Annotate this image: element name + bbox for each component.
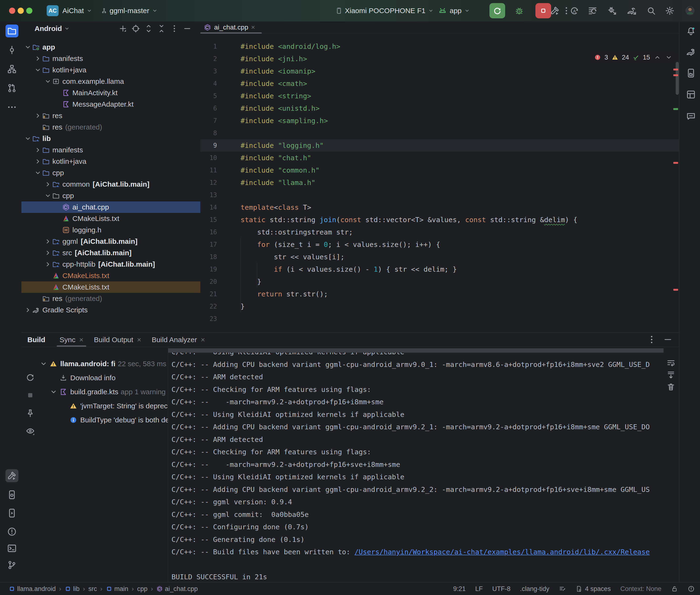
build-project-button[interactable]: [550, 5, 560, 16]
code-line-15[interactable]: 15static std::string join(const std::vec…: [200, 214, 679, 226]
build-tab-sync[interactable]: Sync×: [54, 333, 89, 347]
tree-item-cpp[interactable]: cpp: [22, 167, 200, 178]
caret-position[interactable]: 9:21: [453, 585, 466, 593]
tree-item-common[interactable]: common[AiChat.lib.main]: [22, 178, 200, 190]
chevron-down-icon[interactable]: [39, 360, 48, 368]
scroll-to-end-icon[interactable]: [666, 370, 676, 380]
tree-item-src[interactable]: src[AiChat.lib.main]: [22, 247, 200, 259]
apply-changes-button[interactable]: A: [569, 5, 580, 16]
zoom-window-button[interactable]: [26, 8, 32, 14]
breadcrumb-item-main[interactable]: main: [106, 585, 129, 593]
code-line-21[interactable]: 21 return str.str();: [200, 288, 679, 300]
line-ending[interactable]: LF: [475, 585, 483, 593]
chevron-down-icon[interactable]: [24, 43, 32, 51]
breadcrumb-item-lib[interactable]: lib: [64, 585, 80, 593]
code-style-icon[interactable]: [559, 585, 566, 592]
tree-item-res[interactable]: res: [22, 110, 200, 121]
chevron-right-icon[interactable]: [44, 249, 52, 257]
tree-item-cpp[interactable]: cpp: [22, 190, 200, 201]
version-control-tool-icon[interactable]: [5, 559, 18, 571]
error-stripe-mark[interactable]: [673, 289, 678, 291]
tree-item-logging-h[interactable]: logging.h: [22, 224, 200, 236]
build-tool-icon[interactable]: [5, 469, 18, 482]
expand-all-icon[interactable]: [144, 24, 153, 33]
tree-item-cpp-httplib[interactable]: cpp-httplib[AiChat.lib.main]: [22, 259, 200, 270]
build-tree-item[interactable]: 'jvmTarget: String' is deprec: [39, 399, 168, 413]
tree-item-res[interactable]: res(generated): [22, 293, 200, 304]
tree-item-mainactivity-kt[interactable]: MainActivity.kt: [22, 87, 200, 98]
run-configuration-selector[interactable]: app: [438, 0, 470, 22]
chevron-right-icon[interactable]: [34, 158, 42, 166]
stop-build-icon[interactable]: [25, 390, 35, 400]
breadcrumb[interactable]: llama.android›lib›src›main›cpp›ai_chat.c…: [8, 585, 198, 593]
rerun-build-icon[interactable]: [25, 372, 35, 382]
tree-item-app[interactable]: app: [22, 41, 200, 53]
view-options-eye-icon[interactable]: [25, 426, 35, 436]
editor-scrollbar[interactable]: [676, 62, 679, 95]
device-selector[interactable]: Xiaomi POCOPHONE F1: [335, 0, 434, 22]
code-editor[interactable]: 1#include <android/log.h>2#include <jni.…: [200, 33, 679, 332]
breadcrumb-item-llama-android[interactable]: llama.android: [8, 585, 56, 593]
add-icon[interactable]: [118, 24, 128, 33]
tree-item-ai-chat-cpp[interactable]: ai_chat.cpp: [22, 201, 200, 213]
chevron-right-icon[interactable]: [44, 180, 52, 188]
close-window-button[interactable]: [9, 8, 15, 14]
notifications-icon[interactable]: [684, 25, 697, 38]
chevron-right-icon[interactable]: [34, 146, 42, 154]
inspections-widget[interactable]: 3 24 15: [592, 52, 675, 62]
file-encoding[interactable]: UTF-8: [492, 585, 511, 593]
search-everywhere-button[interactable]: [646, 5, 656, 16]
terminal-tool-icon[interactable]: [5, 542, 18, 555]
pin-icon[interactable]: [25, 408, 35, 418]
context-indicator[interactable]: Context: None: [620, 585, 662, 593]
indent-setting[interactable]: 4 spaces: [576, 585, 611, 593]
tree-item-ggml[interactable]: ggml[AiChat.lib.main]: [22, 236, 200, 247]
code-line-16[interactable]: 16 std::ostringstream str;: [200, 226, 679, 238]
code-line-13[interactable]: 13: [200, 189, 679, 201]
tab-ai-chat-cpp[interactable]: ai_chat.cpp ×: [204, 22, 255, 33]
code-line-6[interactable]: 6#include <unistd.h>: [200, 102, 679, 115]
locate-file-icon[interactable]: [131, 24, 140, 33]
commit-tool-icon[interactable]: [5, 44, 18, 56]
chevron-right-icon[interactable]: [44, 260, 52, 268]
build-tree-item[interactable]: BuildType 'debug' is both de: [39, 413, 168, 427]
chevron-right-icon[interactable]: [24, 306, 32, 314]
rerun-button[interactable]: [489, 3, 505, 18]
lock-icon[interactable]: [671, 585, 678, 592]
chevron-down-icon[interactable]: [34, 66, 42, 74]
next-problem-icon[interactable]: [665, 53, 673, 61]
tree-item-manifests[interactable]: manifests: [22, 144, 200, 156]
tree-item-cmakelists-txt[interactable]: CMakeLists.txt: [22, 270, 200, 281]
pull-requests-tool-icon[interactable]: [5, 82, 18, 94]
stop-button[interactable]: [535, 3, 551, 18]
chevron-right-icon[interactable]: [34, 112, 42, 120]
tree-item-com-example-llama[interactable]: com.example.llama: [22, 76, 200, 87]
project-selector[interactable]: AiChat: [62, 0, 92, 22]
hide-panel-icon[interactable]: [183, 24, 192, 33]
code-line-10[interactable]: 10#include "chat.h": [200, 152, 679, 164]
close-tab-icon[interactable]: ×: [251, 24, 255, 31]
build-options-kebab-icon[interactable]: [647, 335, 657, 344]
branch-selector[interactable]: ggml-master: [101, 0, 158, 22]
build-tree-item[interactable]: Download info: [39, 371, 168, 385]
minimize-window-button[interactable]: [18, 8, 24, 14]
build-tab-build-analyzer[interactable]: Build Analyzer×: [146, 333, 210, 347]
code-line-18[interactable]: 18 str << values[i];: [200, 251, 679, 263]
code-line-5[interactable]: 5#include <string>: [200, 90, 679, 102]
gradle-tool-icon[interactable]: [684, 45, 697, 58]
chevron-down-icon[interactable]: [49, 388, 58, 396]
build-tab-build-output[interactable]: Build Output×: [89, 333, 146, 347]
debug-button[interactable]: [514, 5, 525, 16]
close-tab-icon[interactable]: ×: [79, 336, 84, 344]
error-highlight-level-icon[interactable]: [688, 585, 695, 592]
stripe-mark[interactable]: [673, 108, 678, 110]
project-tool-icon[interactable]: [5, 25, 18, 37]
attach-debugger-button[interactable]: [607, 5, 617, 16]
chevron-right-icon[interactable]: [34, 55, 42, 63]
device-manager-tool-icon[interactable]: [5, 488, 18, 501]
settings-button[interactable]: [665, 5, 675, 16]
tree-item-cmakelists-txt[interactable]: CMakeLists.txt: [22, 281, 200, 293]
chevron-down-icon[interactable]: [44, 77, 52, 85]
chevron-down-icon[interactable]: [24, 135, 32, 143]
code-line-17[interactable]: 17 for (size_t i = 0; i < values.size();…: [200, 238, 679, 251]
